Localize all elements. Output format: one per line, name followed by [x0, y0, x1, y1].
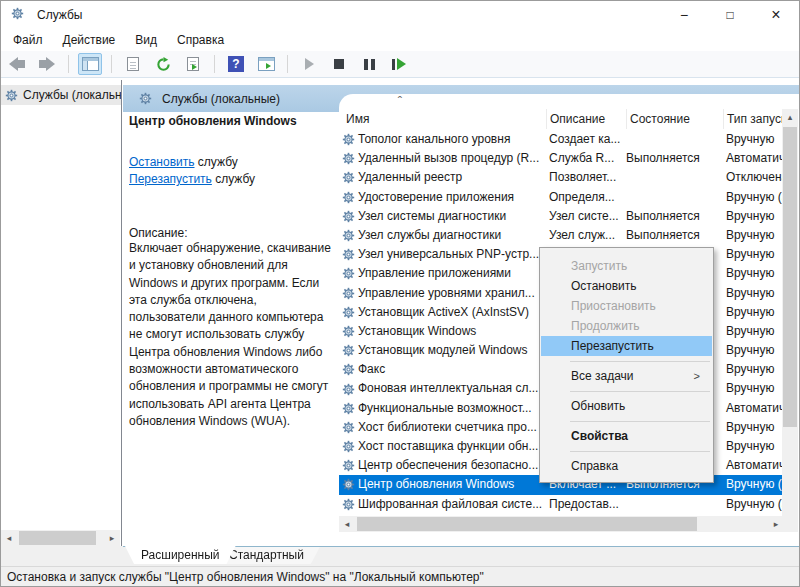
tree-gear-icon	[5, 89, 18, 102]
service-name: Шифрованная файловая систе...	[356, 495, 546, 514]
gear-icon	[342, 306, 355, 319]
help-button[interactable]: ?	[224, 53, 248, 75]
service-row[interactable]: Шифрованная файловая систе... Предостав.…	[339, 495, 784, 514]
scroll-left-icon[interactable]: ◂	[1, 530, 17, 546]
toolbar-separator	[68, 55, 69, 73]
service-row[interactable]: Узел системы диагностики Узел систе... В…	[339, 207, 784, 226]
service-description: Создает ка...	[546, 130, 626, 149]
service-startup-type: Отключена	[723, 168, 784, 187]
service-gear-icon	[340, 306, 356, 319]
service-startup-type: Вручную	[723, 130, 784, 149]
maximize-button[interactable]: □	[707, 1, 753, 29]
refresh-icon	[156, 57, 171, 72]
main-header-title: Службы (локальные)	[162, 92, 280, 106]
service-gear-icon	[340, 402, 356, 415]
menu-action[interactable]: Действие	[53, 31, 126, 49]
stop-service-link[interactable]: Остановить	[129, 155, 195, 169]
service-startup-type: Вручную	[723, 379, 784, 398]
services-window: Службы − □ × Файл Действие Вид Справка ?	[0, 0, 800, 587]
context-menu-item[interactable]: Справка	[541, 456, 712, 476]
service-name: Узел службы диагностики	[356, 226, 546, 245]
gear-icon	[342, 210, 355, 223]
service-row[interactable]: Узел службы диагностики Узел служ... Вып…	[339, 226, 784, 245]
toolbar-separator	[214, 55, 215, 73]
column-header-startup-type[interactable]: Тип запуска	[723, 109, 784, 129]
back-icon	[9, 57, 25, 71]
context-menu-item[interactable]: Свойства	[541, 426, 712, 446]
scroll-right-icon[interactable]: ▸	[104, 530, 120, 546]
service-startup-type: Автоматиче	[723, 456, 784, 475]
service-name: Центр обновления Windows	[356, 475, 546, 494]
menu-view[interactable]: Вид	[125, 31, 167, 49]
context-menu-item[interactable]: Перезапустить	[541, 336, 712, 356]
minimize-button[interactable]: −	[661, 1, 707, 29]
tree-item-services-local[interactable]: Службы (локальные)	[1, 85, 121, 105]
service-row[interactable]: Удаленный реестр Позволяет... Отключена	[339, 168, 784, 187]
scrollbar-thumb[interactable]	[783, 127, 797, 427]
context-menu-item: Продолжить	[541, 316, 712, 336]
context-menu-item[interactable]: Все задачи>	[541, 366, 712, 386]
column-header-status[interactable]: Состояние	[626, 109, 723, 129]
refresh-button[interactable]	[151, 53, 175, 75]
service-name: Факс	[356, 360, 546, 379]
service-description: Предостав...	[546, 495, 626, 514]
tab-strip: Расширенный Стандартный	[1, 546, 799, 566]
gear-icon	[342, 459, 355, 472]
export-list-button[interactable]	[181, 53, 205, 75]
restart-service-button[interactable]	[387, 53, 411, 75]
column-header-name[interactable]: Имя	[339, 109, 546, 129]
gear-icon	[5, 89, 18, 102]
context-menu-item[interactable]: Остановить	[541, 276, 712, 296]
app-gear-icon	[11, 7, 24, 20]
menu-help[interactable]: Справка	[167, 31, 234, 49]
stop-service-suffix: службу	[195, 155, 238, 169]
list-horizontal-scrollbar[interactable]: ◂ ▸	[339, 516, 784, 532]
restart-service-link[interactable]: Перезапустить	[129, 172, 212, 186]
service-startup-type: Вручную	[723, 207, 784, 226]
service-row[interactable]: Тополог канального уровня Создает ка... …	[339, 130, 784, 149]
tab-extended[interactable]: Расширенный	[125, 546, 236, 564]
scrollbar-thumb[interactable]	[357, 517, 697, 531]
forward-button[interactable]	[35, 53, 59, 75]
list-vertical-scrollbar[interactable]: ▴ ▾	[782, 109, 798, 532]
pause-service-button[interactable]	[357, 53, 381, 75]
scroll-up-icon[interactable]: ▴	[782, 109, 798, 125]
service-name: Удаленный вызов процедур (R...	[356, 149, 546, 168]
show-description-button[interactable]	[254, 53, 278, 75]
back-button[interactable]	[5, 53, 29, 75]
gear-icon	[342, 325, 355, 338]
service-gear-icon	[340, 210, 356, 223]
service-gear-icon	[340, 287, 356, 300]
play-icon	[305, 58, 314, 70]
window-title: Службы	[37, 8, 82, 22]
service-name: Узел универсальных PNP-устр...	[356, 245, 546, 264]
stop-service-line: Остановить службу	[129, 154, 333, 171]
service-row[interactable]: Удостоверение приложения Определя... Вру…	[339, 188, 784, 207]
close-button[interactable]: ×	[753, 1, 799, 29]
tree-horizontal-scrollbar[interactable]: ◂ ▸	[1, 530, 120, 546]
gear-icon	[342, 267, 355, 280]
menu-separator	[570, 451, 710, 452]
service-gear-icon	[340, 133, 356, 146]
context-menu-item: Запустить	[541, 256, 712, 276]
menu-file[interactable]: Файл	[3, 31, 53, 49]
properties-button[interactable]	[121, 53, 145, 75]
service-name: Установщик модулей Windows	[356, 341, 546, 360]
column-header-description[interactable]: Описание	[546, 109, 626, 129]
service-name: Функциональные возможност...	[356, 399, 546, 418]
sort-ascending-icon[interactable]: ˆ	[393, 97, 407, 107]
service-gear-icon	[340, 478, 356, 491]
properties-icon	[127, 57, 139, 71]
service-description: Позволяет...	[546, 168, 626, 187]
service-gear-icon	[340, 191, 356, 204]
scroll-left-icon[interactable]: ◂	[339, 516, 355, 532]
service-row[interactable]: Удаленный вызов процедур (R... Служба R.…	[339, 149, 784, 168]
stop-service-button[interactable]	[327, 53, 351, 75]
description-label: Описание:	[129, 226, 333, 240]
start-service-button[interactable]	[297, 53, 321, 75]
scrollbar-thumb[interactable]	[19, 531, 96, 545]
service-startup-type: Вручную	[723, 303, 784, 322]
show-console-tree-button[interactable]	[78, 53, 102, 75]
context-menu-item[interactable]: Обновить	[541, 396, 712, 416]
service-gear-icon	[340, 498, 356, 511]
